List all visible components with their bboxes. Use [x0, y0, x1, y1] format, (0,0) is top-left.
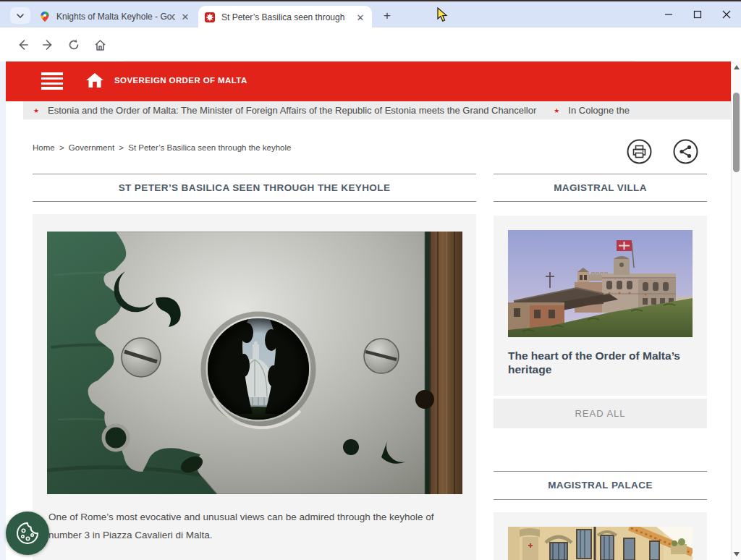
cookie-icon: [14, 520, 41, 546]
browser-toolbar: orderofmalta.int/government/st-peter-bas…: [0, 27, 741, 61]
breadcrumb-government[interactable]: Government: [69, 143, 114, 152]
reload-icon: [67, 38, 80, 51]
chevron-down-icon: [16, 12, 25, 20]
breadcrumb-current: St Peter’s Basilica seen through the key…: [128, 143, 291, 152]
back-icon: [16, 38, 29, 51]
palace-photo-svg: [508, 527, 693, 560]
tab-close-icon[interactable]: ✕: [179, 11, 191, 22]
tab-strip: Knights of Malta Keyhole - Goo ✕ St Pete…: [0, 0, 741, 27]
tab-title: St Peter’s Basilica seen through: [221, 12, 350, 22]
page-left-margin: [0, 61, 6, 560]
divider: [33, 174, 476, 174]
ticker-star-icon: ★: [33, 107, 39, 114]
new-tab-button[interactable]: +: [378, 8, 397, 24]
divider: [33, 201, 476, 202]
maximize-icon: [693, 10, 702, 19]
tab-knights-of-malta[interactable]: Knights of Malta Keyhole - Goo ✕: [33, 6, 197, 27]
minimize-button[interactable]: [654, 1, 683, 27]
mouse-cursor: [437, 7, 448, 22]
maximize-button[interactable]: [683, 1, 712, 27]
read-all-label: READ ALL: [575, 408, 625, 419]
cookie-consent-button[interactable]: [6, 512, 49, 555]
ticker-item[interactable]: In Cologne the: [568, 105, 630, 116]
breadcrumb: Home > Government > St Peter’s Basilica …: [33, 143, 293, 152]
divider: [494, 174, 707, 174]
home-button[interactable]: [90, 35, 109, 54]
palace-card[interactable]: [494, 512, 707, 560]
breadcrumb-separator: >: [119, 143, 124, 152]
site-header: SOVEREIGN ORDER OF MALTA: [6, 61, 731, 101]
ticker-item[interactable]: Estonia and the Order of Malta: The Mini…: [48, 105, 536, 116]
palace-photo[interactable]: [508, 527, 693, 560]
article-heading: ST PETER’S BASILICA SEEN THROUGH THE KEY…: [33, 182, 476, 193]
divider: [494, 499, 707, 500]
browser-window: Knights of Malta Keyhole - Goo ✕ St Pete…: [0, 0, 741, 560]
villa-card-title[interactable]: The heart of the Order of Malta’s herita…: [508, 349, 690, 376]
article-card: One of Rome’s most evocative and unusual…: [33, 214, 476, 560]
back-button[interactable]: [13, 35, 32, 54]
hamburger-menu-button[interactable]: [41, 72, 63, 90]
breadcrumb-separator: >: [59, 143, 64, 152]
share-button[interactable]: [673, 139, 698, 164]
villa-heading: MAGISTRAL VILLA: [494, 182, 707, 193]
minimize-icon: [664, 10, 673, 19]
scroll-down-arrow[interactable]: [734, 552, 740, 556]
home-icon: [93, 38, 107, 52]
print-button[interactable]: [627, 139, 652, 164]
villa-photo[interactable]: [508, 230, 693, 337]
scrollbar[interactable]: [731, 61, 741, 560]
home-icon: [85, 72, 104, 89]
tab-title: Knights of Malta Keyhole - Goo: [56, 12, 175, 22]
tab-search-button[interactable]: [10, 7, 30, 24]
palace-heading: MAGISTRAL PALACE: [494, 480, 707, 491]
villa-card[interactable]: The heart of the Order of Malta’s herita…: [494, 216, 707, 396]
close-window-button[interactable]: [712, 1, 741, 27]
print-icon: [627, 139, 652, 164]
keyhole-photo: [47, 232, 462, 494]
malta-shield-icon: [204, 12, 216, 23]
breadcrumb-home[interactable]: Home: [33, 143, 55, 152]
read-all-button[interactable]: READ ALL: [494, 399, 707, 428]
tab-close-icon[interactable]: ✕: [355, 12, 366, 23]
scrollbar-thumb[interactable]: [733, 93, 740, 172]
page-viewport: SOVEREIGN ORDER OF MALTA ★ Estonia and t…: [0, 61, 741, 560]
divider: [494, 471, 707, 472]
tab-st-peters-basilica[interactable]: St Peter’s Basilica seen through ✕: [198, 6, 372, 29]
ticker-star-icon: ★: [554, 107, 559, 114]
site-home-button[interactable]: [85, 72, 104, 92]
divider: [494, 201, 707, 202]
news-ticker: ★ Estonia and the Order of Malta: The Mi…: [23, 101, 731, 119]
close-icon: [722, 10, 731, 19]
site-brand[interactable]: SOVEREIGN ORDER OF MALTA: [114, 76, 247, 85]
share-icon: [673, 139, 698, 164]
reload-button[interactable]: [64, 35, 83, 54]
scroll-up-arrow[interactable]: [734, 65, 740, 69]
forward-icon: [42, 38, 55, 51]
maps-pin-icon: [39, 11, 51, 22]
forward-button[interactable]: [39, 35, 58, 54]
article-body: One of Rome’s most evocative and unusual…: [48, 508, 458, 544]
